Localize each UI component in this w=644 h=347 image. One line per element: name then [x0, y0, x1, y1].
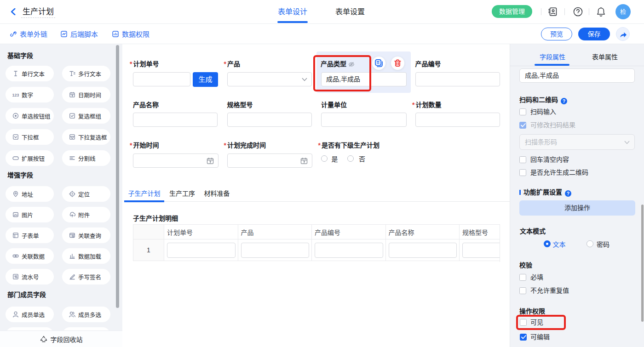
svg-text:123: 123: [12, 93, 19, 97]
